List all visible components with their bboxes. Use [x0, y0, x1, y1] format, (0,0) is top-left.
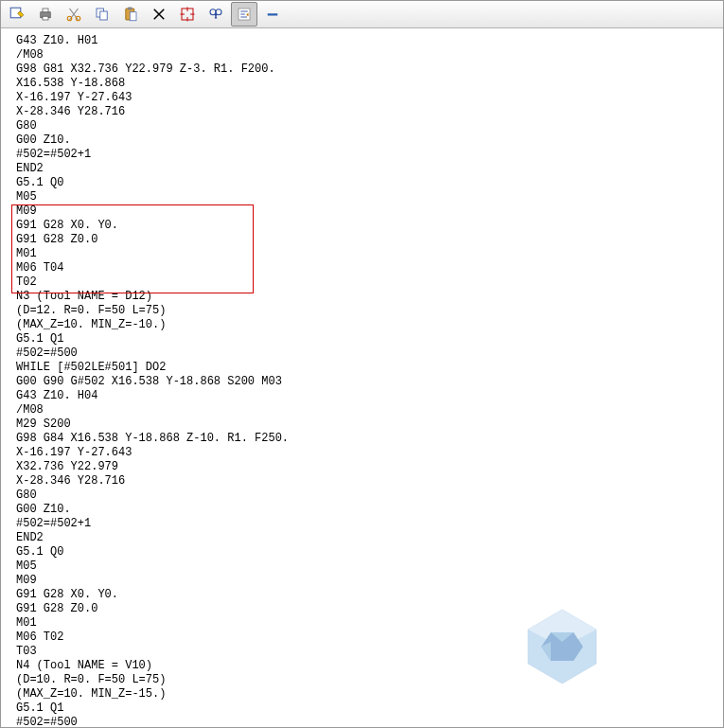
wrap-button[interactable]	[231, 2, 257, 27]
code-line: X16.538 Y-18.868	[16, 77, 723, 91]
code-line: END2	[16, 531, 723, 545]
code-line: M01	[16, 247, 723, 261]
svg-rect-2	[43, 9, 48, 12]
code-line: G91 G28 Z0.0	[16, 602, 723, 616]
code-line: X-28.346 Y28.716	[16, 474, 723, 488]
svg-rect-7	[100, 11, 108, 20]
delete-button[interactable]	[146, 2, 172, 27]
code-line: #502=#500	[16, 346, 723, 361]
code-line: END2	[16, 162, 723, 176]
code-line: X-16.197 Y-27.643	[16, 446, 723, 460]
code-line: G80	[16, 119, 723, 133]
minimize-button[interactable]	[259, 2, 286, 27]
code-line: G98 G84 X16.538 Y-18.868 Z-10. R1. F250.	[16, 432, 723, 446]
code-line: M06 T04	[16, 261, 723, 275]
code-line: (D=12. R=0. F=50 L=75)	[16, 304, 723, 318]
toolbar	[1, 1, 723, 28]
code-line: X-16.197 Y-27.643	[16, 91, 723, 105]
svg-point-13	[216, 9, 221, 15]
code-line: T03	[16, 645, 723, 659]
code-line: T02	[16, 275, 723, 290]
code-line: WHILE [#502LE#501] DO2	[16, 361, 723, 375]
code-line: G43 Z10. H01	[16, 34, 723, 48]
code-line: (MAX_Z=10. MIN_Z=-15.)	[16, 687, 723, 701]
code-line: /M08	[16, 48, 723, 62]
code-line: #502=#500	[16, 716, 723, 727]
code-line: (MAX_Z=10. MIN_Z=-10.)	[16, 318, 723, 332]
code-line: G98 G81 X32.736 Y22.979 Z-3. R1. F200.	[16, 62, 723, 77]
code-line: M06 T02	[16, 630, 723, 645]
code-line: M01	[16, 616, 723, 630]
code-line: M05	[16, 559, 723, 574]
code-line: M05	[16, 190, 723, 204]
code-line: X32.736 Y22.979	[16, 460, 723, 474]
code-line: X-28.346 Y28.716	[16, 105, 723, 119]
code-line: G00 G90 G#502 X16.538 Y-18.868 S200 M03	[16, 375, 723, 389]
code-line: G91 G28 Z0.0	[16, 233, 723, 247]
code-line: G5.1 Q1	[16, 701, 723, 716]
code-line: #502=#502+1	[16, 148, 723, 162]
code-line: M09	[16, 574, 723, 588]
code-line: G00 Z10.	[16, 503, 723, 517]
code-line: #502=#502+1	[16, 517, 723, 531]
code-line: G91 G28 X0. Y0.	[16, 588, 723, 602]
code-line: N4 (Tool NAME = V10)	[16, 659, 723, 673]
code-line: M09	[16, 204, 723, 219]
code-line: G43 Z10. H04	[16, 389, 723, 403]
svg-rect-10	[130, 12, 136, 21]
code-line: G00 Z10.	[16, 133, 723, 148]
code-line: G5.1 Q1	[16, 332, 723, 346]
code-line: G5.1 Q0	[16, 176, 723, 190]
code-line: G80	[16, 488, 723, 503]
code-line: G5.1 Q0	[16, 545, 723, 559]
code-line: (D=10. R=0. F=50 L=75)	[16, 673, 723, 687]
paste-button[interactable]	[117, 2, 144, 27]
cut-button[interactable]	[61, 2, 87, 27]
code-line: M29 S200	[16, 417, 723, 432]
target-button[interactable]	[174, 2, 201, 27]
print-button[interactable]	[32, 2, 59, 27]
code-line: N3 (Tool NAME = D12)	[16, 290, 723, 304]
code-line: G91 G28 X0. Y0.	[16, 219, 723, 233]
svg-point-12	[210, 9, 216, 15]
code-line: /M08	[16, 403, 723, 417]
svg-rect-9	[128, 8, 132, 10]
find-button[interactable]	[203, 2, 229, 27]
svg-rect-15	[268, 13, 278, 15]
open-file-button[interactable]	[4, 2, 30, 27]
code-editor[interactable]: G43 Z10. H01/M08G98 G81 X32.736 Y22.979 …	[1, 28, 723, 727]
copy-button[interactable]	[89, 2, 115, 27]
svg-rect-3	[43, 16, 48, 20]
